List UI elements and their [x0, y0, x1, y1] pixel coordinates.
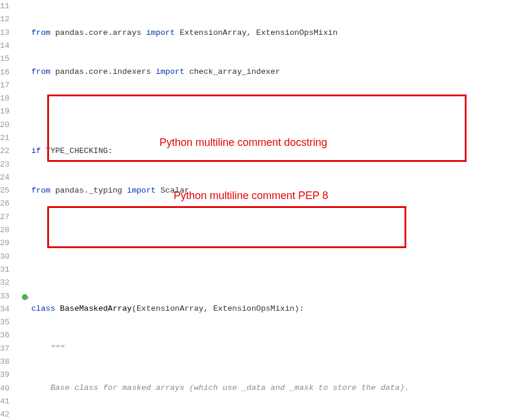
line-number: 27 — [0, 211, 17, 224]
line-number: 31 — [0, 263, 17, 276]
code-line[interactable]: """ — [31, 342, 512, 355]
line-number: 41 — [0, 395, 17, 408]
line-number: 32 — [0, 276, 17, 289]
override-icon[interactable]: ↑ — [22, 292, 30, 305]
line-number: 29 — [0, 237, 17, 250]
code-line[interactable] — [31, 263, 512, 276]
line-number: 38 — [0, 356, 17, 369]
code-line[interactable]: from pandas.core.arrays import Extension… — [31, 27, 512, 40]
code-line[interactable]: class BaseMaskedArray(ExtensionArray, Ex… — [31, 302, 512, 315]
line-number: 37 — [0, 343, 17, 356]
line-number: 22 — [0, 145, 17, 158]
line-number-gutter: 11 12 13 14 15 16 17 18 19 20 21 22 23 2… — [0, 0, 21, 420]
line-number: 28 — [0, 224, 17, 237]
code-editor[interactable]: 11 12 13 14 15 16 17 18 19 20 21 22 23 2… — [0, 0, 512, 420]
line-number: 19 — [0, 105, 17, 118]
code-line[interactable] — [31, 224, 512, 237]
line-number: 15 — [0, 53, 17, 66]
line-number: 17 — [0, 79, 17, 92]
code-area[interactable]: from pandas.core.arrays import Extension… — [31, 0, 512, 420]
line-number: 20 — [0, 119, 17, 132]
line-number: 42 — [0, 408, 17, 420]
code-line[interactable]: from pandas._typing import Scalar — [31, 184, 512, 197]
line-number: 12 — [0, 13, 17, 26]
code-line[interactable]: if TYPE_CHECKING: — [31, 145, 512, 158]
line-number: 18 — [0, 92, 17, 105]
code-line[interactable] — [31, 105, 512, 118]
line-number: 14 — [0, 40, 17, 53]
line-number: 16 — [0, 66, 17, 79]
line-number: 35 — [0, 316, 17, 329]
line-number: 21 — [0, 132, 17, 145]
gutter-icons: ↑ — [21, 0, 31, 420]
code-line[interactable]: from pandas.core.indexers import check_a… — [31, 66, 512, 79]
line-number: 25 — [0, 184, 17, 197]
code-line[interactable]: Base class for masked arrays (which use … — [31, 382, 512, 395]
line-number: 36 — [0, 329, 17, 342]
line-number: 30 — [0, 250, 17, 263]
line-number: 34 — [0, 303, 17, 316]
line-number: 40 — [0, 382, 17, 395]
line-number: 39 — [0, 369, 17, 382]
line-number: 11 — [0, 0, 17, 13]
line-number: 33 — [0, 290, 17, 303]
line-number: 23 — [0, 158, 17, 171]
line-number: 26 — [0, 197, 17, 210]
line-number: 24 — [0, 171, 17, 184]
line-number: 13 — [0, 27, 17, 40]
